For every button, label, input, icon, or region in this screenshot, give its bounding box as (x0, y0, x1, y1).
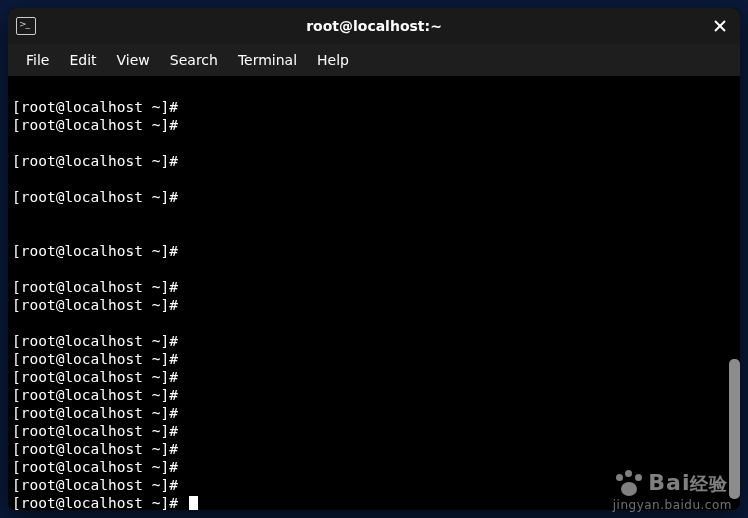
menu-help[interactable]: Help (307, 48, 359, 72)
terminal-line: [root@localhost ~]# (12, 476, 736, 494)
terminal-line: [root@localhost ~]# (12, 242, 736, 260)
cursor (189, 496, 198, 510)
scrollbar-thumb[interactable] (729, 359, 740, 499)
close-icon (714, 20, 726, 32)
terminal-line: [root@localhost ~]# (12, 188, 736, 206)
window-title: root@localhost:~ (8, 18, 740, 34)
terminal-line (12, 134, 736, 152)
terminal-line (12, 224, 736, 242)
menu-search[interactable]: Search (160, 48, 228, 72)
menu-edit[interactable]: Edit (59, 48, 106, 72)
close-button[interactable] (708, 14, 732, 38)
terminal-line: [root@localhost ~]# (12, 494, 736, 510)
terminal-line (12, 206, 736, 224)
terminal-line: [root@localhost ~]# (12, 422, 736, 440)
terminal-line: [root@localhost ~]# (12, 116, 736, 134)
menu-view[interactable]: View (107, 48, 160, 72)
terminal-line: [root@localhost ~]# (12, 296, 736, 314)
terminal-line: [root@localhost ~]# (12, 386, 736, 404)
terminal-line: [root@localhost ~]# (12, 152, 736, 170)
terminal-icon (16, 17, 36, 35)
terminal-line: [root@localhost ~]# (12, 350, 736, 368)
menu-file[interactable]: File (16, 48, 59, 72)
menu-terminal[interactable]: Terminal (228, 48, 307, 72)
terminal-line (12, 260, 736, 278)
terminal-body[interactable]: [root@localhost ~]# [root@localhost ~]# … (8, 76, 740, 510)
terminal-line (12, 314, 736, 332)
terminal-line: [root@localhost ~]# (12, 440, 736, 458)
terminal-line: [root@localhost ~]# (12, 368, 736, 386)
titlebar[interactable]: root@localhost:~ (8, 8, 740, 44)
terminal-line: [root@localhost ~]# (12, 278, 736, 296)
terminal-line: [root@localhost ~]# (12, 332, 736, 350)
menubar: File Edit View Search Terminal Help (8, 44, 740, 76)
terminal-line (12, 80, 736, 98)
terminal-line: [root@localhost ~]# (12, 98, 736, 116)
terminal-window: root@localhost:~ File Edit View Search T… (8, 8, 740, 510)
terminal-line: [root@localhost ~]# (12, 458, 736, 476)
terminal-line: [root@localhost ~]# (12, 404, 736, 422)
terminal-line (12, 170, 736, 188)
